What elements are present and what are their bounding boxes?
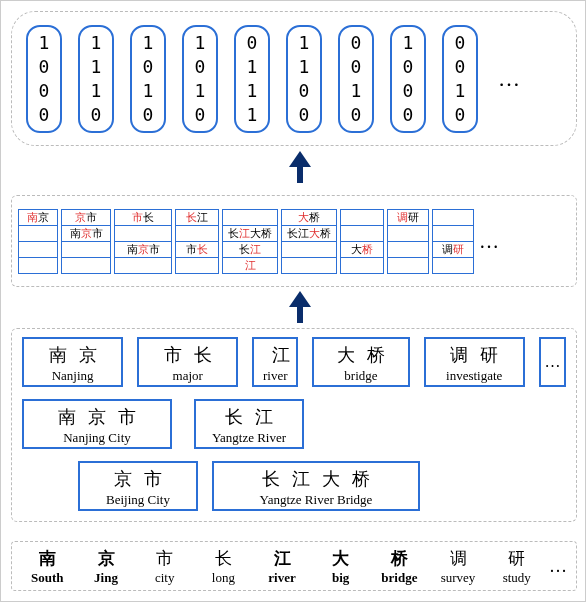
char-col: 桥bridge [370, 547, 429, 586]
word-box: 江river [252, 337, 298, 387]
vectors-ellipsis: … [498, 66, 520, 92]
match-table: 市长 南京市 [114, 209, 172, 274]
vector: 1110 [78, 25, 114, 133]
char-col: 大big [311, 547, 370, 586]
chars-ellipsis: … [546, 556, 570, 577]
char-col: 研study [487, 547, 546, 586]
match-tables-panel: 南京 京市南京市 市长 南京市 长江 市长 长江大桥长江江大桥长江大桥 大桥 调… [11, 195, 577, 287]
vectors-panel: 100011101010101001111100001010000010… [11, 11, 577, 146]
match-table: 京市南京市 [61, 209, 111, 274]
word-box: 京市Beijing City [78, 461, 198, 511]
match-table: 长江 市长 [175, 209, 219, 274]
word-box: 市长major [137, 337, 238, 387]
vector: 0010 [442, 25, 478, 133]
chars-panel: 南South京Jing市city长long江river大big桥bridge调s… [11, 541, 577, 591]
vector: 0111 [234, 25, 270, 133]
match-table: 大桥长江大桥 [281, 209, 337, 274]
words-panel: 南京Nanjing市长major江river大桥bridge调研investig… [11, 328, 577, 522]
char-col: 江river [253, 547, 312, 586]
match-table: 调研 [387, 209, 429, 274]
arrow-up-1 [291, 153, 309, 183]
vector: 1010 [130, 25, 166, 133]
diagram-root: 100011101010101001111100001010000010… 南京… [0, 0, 586, 602]
words-ellipsis: … [539, 337, 566, 387]
vector: 1000 [390, 25, 426, 133]
word-box: 长江Yangtze River [194, 399, 304, 449]
word-box: 长江大桥Yangtze River Bridge [212, 461, 420, 511]
match-table: 南京 [18, 209, 58, 274]
char-col: 长long [194, 547, 253, 586]
match-table: 大桥 [340, 209, 384, 274]
word-box: 南京Nanjing [22, 337, 123, 387]
match-table: 调研 [432, 209, 474, 274]
match-table: 长江大桥长江江 [222, 209, 278, 274]
char-col: 南South [18, 547, 77, 586]
char-col: 调survey [429, 547, 488, 586]
vector: 0010 [338, 25, 374, 133]
word-box: 南京市Nanjing City [22, 399, 172, 449]
vector: 1000 [26, 25, 62, 133]
arrow-up-2 [291, 293, 309, 323]
mid-ellipsis: … [479, 230, 499, 253]
vector: 1100 [286, 25, 322, 133]
word-box: 大桥bridge [312, 337, 409, 387]
vector: 1010 [182, 25, 218, 133]
word-box: 调研investigate [424, 337, 525, 387]
char-col: 京Jing [77, 547, 136, 586]
char-col: 市city [135, 547, 194, 586]
